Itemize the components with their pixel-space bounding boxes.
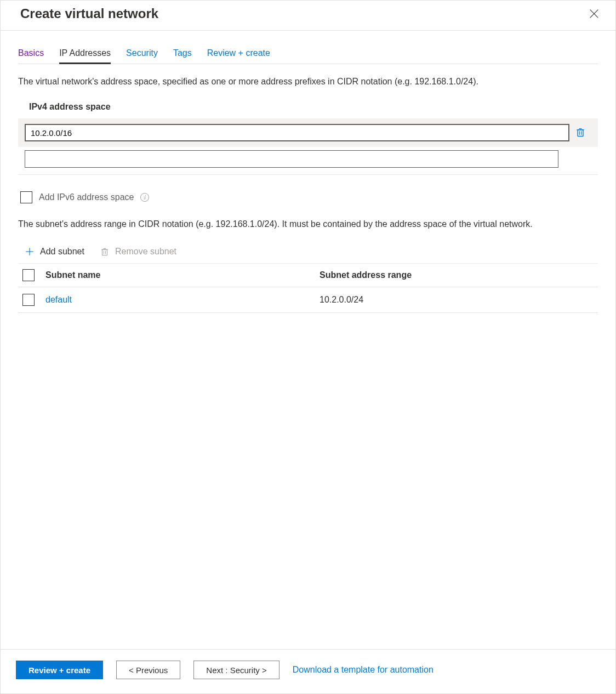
wizard-tabs: Basics IP Addresses Security Tags Review…	[18, 45, 598, 64]
add-subnet-label: Add subnet	[40, 247, 84, 257]
col-subnet-range: Subnet address range	[320, 270, 594, 280]
tab-basics[interactable]: Basics	[18, 45, 44, 64]
address-space-row	[18, 118, 598, 147]
remove-subnet-button: Remove subnet	[100, 247, 176, 257]
subnet-table-header: Subnet name Subnet address range	[18, 263, 598, 287]
previous-button[interactable]: < Previous	[116, 661, 180, 679]
download-template-link[interactable]: Download a template for automation	[293, 665, 434, 675]
remove-subnet-label: Remove subnet	[115, 247, 176, 257]
tab-security[interactable]: Security	[126, 45, 158, 64]
ipv4-address-space-input-empty[interactable]	[25, 150, 558, 168]
tab-tags[interactable]: Tags	[173, 45, 192, 64]
ipv4-address-space-label: IPv4 address space	[29, 102, 598, 112]
trash-icon	[100, 247, 110, 257]
select-subnet-checkbox[interactable]	[22, 294, 35, 306]
table-row: default 10.2.0.0/24	[18, 287, 598, 313]
close-icon	[588, 8, 600, 20]
subnet-name-link[interactable]: default	[45, 295, 72, 304]
create-vnet-blade: Create virtual network Basics IP Address…	[0, 0, 616, 694]
add-ipv6-label: Add IPv6 address space	[39, 192, 134, 202]
page-title: Create virtual network	[20, 6, 158, 21]
svg-rect-2	[578, 130, 583, 136]
close-button[interactable]	[588, 8, 600, 20]
subnet-toolbar: Add subnet Remove subnet	[25, 247, 598, 257]
divider	[18, 174, 598, 175]
plus-icon	[25, 247, 35, 257]
add-ipv6-row: Add IPv6 address space i	[20, 191, 598, 203]
ipv4-address-space-input[interactable]	[25, 124, 569, 141]
subnet-table: Subnet name Subnet address range default…	[18, 263, 598, 313]
blade-body: Basics IP Addresses Security Tags Review…	[1, 31, 615, 649]
subnet-description: The subnet's address range in CIDR notat…	[18, 218, 598, 230]
review-create-button[interactable]: Review + create	[16, 661, 103, 679]
add-subnet-button[interactable]: Add subnet	[25, 247, 84, 257]
svg-rect-9	[102, 250, 107, 256]
tab-ip-addresses[interactable]: IP Addresses	[59, 45, 111, 64]
delete-address-space-button[interactable]	[575, 127, 587, 139]
col-subnet-name: Subnet name	[45, 270, 320, 280]
address-space-description: The virtual network's address space, spe…	[18, 75, 598, 88]
tab-review-create[interactable]: Review + create	[207, 45, 270, 64]
add-ipv6-checkbox[interactable]	[20, 191, 32, 203]
next-button[interactable]: Next : Security >	[193, 661, 279, 679]
blade-header: Create virtual network	[1, 1, 615, 31]
select-all-subnets-checkbox[interactable]	[22, 269, 35, 281]
wizard-footer: Review + create < Previous Next : Securi…	[1, 649, 615, 693]
trash-icon	[575, 127, 586, 138]
info-icon[interactable]: i	[140, 193, 149, 202]
address-space-empty-row	[18, 147, 598, 171]
subnet-range-value: 10.2.0.0/24	[320, 295, 594, 305]
